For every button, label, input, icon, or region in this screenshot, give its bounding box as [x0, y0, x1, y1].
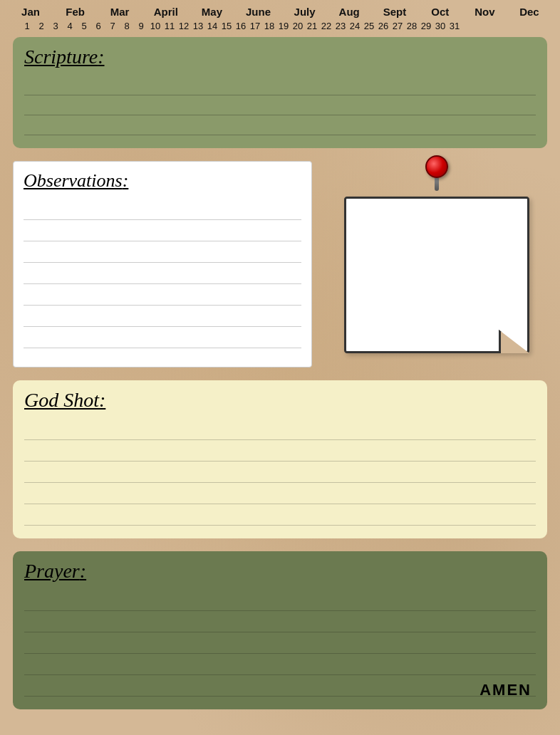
calendar-days: 1234567891011121314151617181920212223242…: [13, 19, 547, 37]
godshot-line-4: [24, 483, 536, 504]
day-label: 12: [177, 21, 191, 31]
day-label: 4: [63, 21, 77, 31]
obs-line-4: [24, 263, 301, 284]
month-label: Feb: [65, 6, 86, 18]
observations-row: Observations:: [13, 161, 547, 368]
scripture-line-1: [24, 75, 536, 95]
day-label: 24: [348, 21, 362, 31]
month-label: Mar: [109, 6, 130, 18]
observations-colon: :: [123, 170, 129, 191]
scripture-lines: [24, 75, 536, 135]
godshot-title-text: God Shot: [24, 389, 99, 411]
godshot-line-1: [24, 419, 536, 440]
day-label: 10: [148, 21, 162, 31]
sticky-note: [344, 197, 529, 353]
day-label: 25: [362, 21, 376, 31]
obs-line-7: [24, 327, 301, 348]
day-label: 8: [120, 21, 134, 31]
day-label: 2: [34, 21, 48, 31]
day-label: 26: [376, 21, 390, 31]
obs-line-2: [24, 220, 301, 241]
day-label: 28: [405, 21, 419, 31]
day-label: 20: [291, 21, 305, 31]
month-label: Jan: [20, 6, 41, 18]
day-label: 14: [205, 21, 219, 31]
day-label: 3: [48, 21, 63, 31]
prayer-line-4: [24, 654, 536, 675]
scripture-line-3: [24, 115, 536, 135]
month-label: Nov: [474, 6, 495, 18]
month-label: Sept: [383, 6, 407, 18]
day-label: 17: [248, 21, 262, 31]
obs-line-3: [24, 241, 301, 263]
day-label: 16: [234, 21, 248, 31]
prayer-lines: [24, 590, 536, 697]
month-label: Dec: [519, 6, 540, 18]
day-label: 19: [276, 21, 291, 31]
observations-title-text: Observations: [24, 170, 123, 191]
obs-line-6: [24, 306, 301, 327]
day-label: 31: [447, 21, 462, 31]
obs-line-5: [24, 284, 301, 306]
day-label: 15: [219, 21, 234, 31]
day-label: 23: [333, 21, 348, 31]
day-label: 7: [105, 21, 120, 31]
amen-label: AMEN: [479, 681, 532, 699]
day-label: 1: [20, 21, 34, 31]
day-label: 21: [305, 21, 319, 31]
godshot-lines: [24, 419, 536, 526]
day-label: 27: [390, 21, 405, 31]
prayer-section: Prayer: AMEN: [13, 551, 547, 709]
scripture-title: Scripture:: [24, 46, 536, 68]
prayer-title: Prayer:: [24, 560, 536, 583]
scripture-section: Scripture:: [13, 37, 547, 148]
page: JanFebMarAprilMayJuneJulyAugSeptOctNovDe…: [0, 0, 560, 735]
scripture-title-text: Scripture: [24, 46, 98, 68]
godshot-title: God Shot:: [24, 389, 536, 412]
day-label: 11: [162, 21, 177, 31]
pushpin: [425, 155, 448, 191]
godshot-section: God Shot:: [13, 380, 547, 538]
pushpin-head: [425, 155, 448, 178]
pushpin-needle: [435, 178, 439, 191]
day-label: 5: [77, 21, 91, 31]
day-label: 29: [419, 21, 433, 31]
godshot-line-5: [24, 504, 536, 526]
day-label: 18: [262, 21, 276, 31]
month-label: May: [201, 6, 222, 18]
prayer-line-1: [24, 590, 536, 611]
prayer-line-2: [24, 611, 536, 632]
obs-line-1: [24, 199, 301, 220]
day-label: 13: [191, 21, 205, 31]
month-label: Aug: [338, 6, 360, 18]
godshot-colon: :: [99, 389, 105, 411]
prayer-line-5: [24, 675, 536, 697]
prayer-line-3: [24, 632, 536, 654]
day-label: 30: [433, 21, 447, 31]
godshot-line-3: [24, 462, 536, 483]
calendar-months: JanFebMarAprilMayJuneJulyAugSeptOctNovDe…: [13, 0, 547, 19]
day-label: 22: [319, 21, 333, 31]
observations-lines: [24, 199, 301, 348]
sticky-container: [344, 175, 529, 353]
scripture-line-2: [24, 95, 536, 115]
sticky-note-area: [326, 161, 547, 368]
month-label: April: [154, 6, 178, 18]
month-label: July: [294, 6, 316, 18]
prayer-colon: :: [80, 560, 86, 582]
month-label: June: [246, 6, 271, 18]
scripture-colon: :: [98, 46, 104, 68]
observations-section: Observations:: [13, 161, 312, 368]
month-label: Oct: [430, 6, 451, 18]
day-label: 9: [134, 21, 148, 31]
day-label: 6: [91, 21, 105, 31]
observations-title: Observations:: [24, 170, 301, 192]
godshot-line-2: [24, 440, 536, 462]
prayer-title-text: Prayer: [24, 560, 80, 582]
